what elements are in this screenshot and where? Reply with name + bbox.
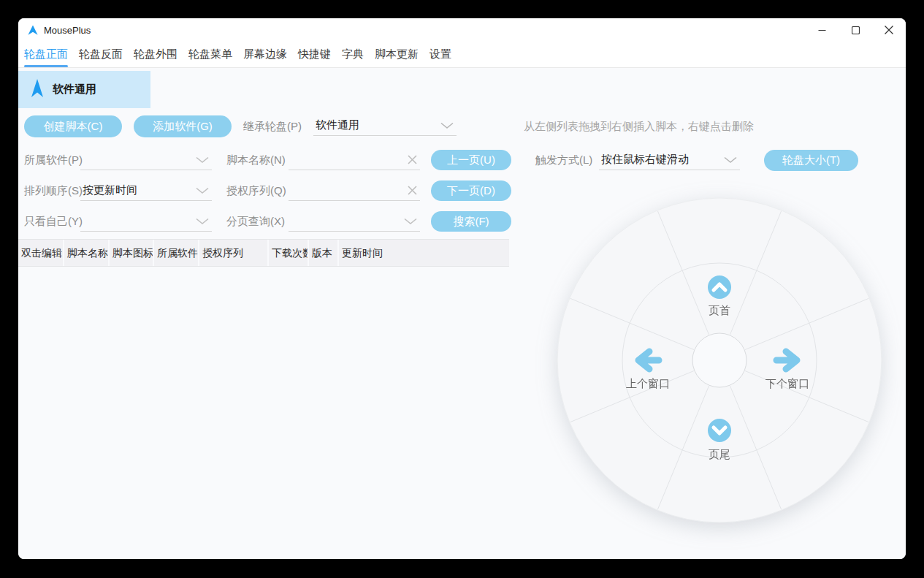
inherit-wheel-select[interactable]: 软件通用 xyxy=(313,115,457,136)
inherit-wheel-value: 软件通用 xyxy=(313,118,440,132)
col-owner-software[interactable]: 所属软件 xyxy=(154,240,198,266)
col-double-click-edit[interactable]: 双击编辑 xyxy=(18,240,63,266)
only-mine-label: 只看自己(Y) xyxy=(24,211,83,232)
script-name-label: 脚本名称(N) xyxy=(226,150,286,170)
inherit-wheel-label: 继承轮盘(P) xyxy=(243,116,302,137)
minimize-icon[interactable] xyxy=(805,18,839,42)
search-button[interactable]: 搜索(F) xyxy=(431,211,511,232)
create-script-button[interactable]: 创建脚本(C) xyxy=(24,115,122,137)
wheel-center-circle xyxy=(692,333,747,387)
sort-order-label: 排列顺序(S) xyxy=(24,180,83,201)
profile-logo-icon xyxy=(31,79,43,101)
chevron-down-icon xyxy=(196,218,209,225)
col-auth-serial[interactable]: 授权序列 xyxy=(199,240,267,266)
clear-x-icon[interactable] xyxy=(408,186,417,195)
prev-page-button[interactable]: 上一页(U) xyxy=(431,150,511,170)
chevron-down-icon xyxy=(196,187,209,194)
owner-software-label: 所属软件(P) xyxy=(24,150,83,170)
wheel-size-button[interactable]: 轮盘大小(T) xyxy=(764,150,858,171)
clear-x-icon[interactable] xyxy=(408,155,417,164)
wheel-top-label: 页首 xyxy=(709,304,730,316)
app-window: MousePlus 轮盘正面 轮盘反面 轮盘外围 轮盘菜单 屏幕边缘 快捷键 字… xyxy=(18,18,906,559)
tab-wheel-back[interactable]: 轮盘反面 xyxy=(79,42,123,67)
wheel-preview[interactable]: 页首 上个窗口 下个窗口 页尾 xyxy=(551,192,887,528)
chevron-down-icon xyxy=(196,156,209,164)
trigger-mode-value: 按住鼠标右键滑动 xyxy=(599,153,724,167)
tab-wheel-front[interactable]: 轮盘正面 xyxy=(24,42,68,67)
chevron-up-circle-icon[interactable] xyxy=(708,275,731,299)
col-version[interactable]: 版本 xyxy=(309,240,337,266)
tab-dictionary[interactable]: 字典 xyxy=(342,42,364,67)
close-icon[interactable] xyxy=(872,18,906,42)
next-page-button[interactable]: 下一页(D) xyxy=(431,180,511,201)
tab-settings[interactable]: 设置 xyxy=(429,42,451,67)
wheel-bottom-label: 页尾 xyxy=(709,448,730,460)
page-query-select[interactable] xyxy=(289,211,420,232)
add-software-button[interactable]: 添加软件(G) xyxy=(134,115,232,137)
sort-order-select[interactable]: 按更新时间 xyxy=(80,180,212,201)
script-table-header: 双击编辑 脚本名称 脚本图标 所属软件 授权序列 下载次数 版本 更新时间 xyxy=(18,239,509,267)
tab-script-update[interactable]: 脚本更新 xyxy=(375,42,419,67)
sort-order-value: 按更新时间 xyxy=(80,183,196,197)
only-mine-select[interactable] xyxy=(80,211,212,232)
trigger-mode-label: 触发方式(L) xyxy=(535,150,592,170)
script-name-input[interactable] xyxy=(289,150,420,170)
profile-name: 软件通用 xyxy=(53,83,96,96)
app-title: MousePlus xyxy=(44,25,91,36)
maximize-icon[interactable] xyxy=(839,18,872,42)
wheel-left-label: 上个窗口 xyxy=(626,377,670,389)
page-query-label: 分页查询(X) xyxy=(226,211,285,232)
col-script-icon[interactable]: 脚本图标 xyxy=(110,240,153,266)
auth-serial-label: 授权序列(Q) xyxy=(226,180,286,201)
col-download-count[interactable]: 下载次数 xyxy=(269,240,308,266)
caption-buttons xyxy=(805,18,906,42)
titlebar: MousePlus xyxy=(18,18,906,42)
chevron-down-icon xyxy=(404,218,417,225)
tab-screen-edge[interactable]: 屏幕边缘 xyxy=(243,42,287,67)
tab-wheel-menu[interactable]: 轮盘菜单 xyxy=(188,42,232,67)
tab-hotkeys[interactable]: 快捷键 xyxy=(298,42,331,67)
chevron-down-icon xyxy=(440,122,454,129)
col-script-name[interactable]: 脚本名称 xyxy=(64,240,108,266)
wheel-profile-item-selected[interactable]: 软件通用 xyxy=(18,71,150,108)
wheel-right-label: 下个窗口 xyxy=(765,377,809,389)
drag-hint-text: 从左侧列表拖拽到右侧插入脚本，右键点击删除 xyxy=(524,116,754,137)
chevron-down-circle-icon[interactable] xyxy=(708,419,731,442)
app-logo-icon xyxy=(28,25,38,36)
owner-software-select[interactable] xyxy=(80,150,212,170)
auth-serial-input[interactable] xyxy=(289,180,420,201)
col-update-time[interactable]: 更新时间 xyxy=(339,240,509,266)
chevron-down-icon xyxy=(724,156,737,164)
tab-bar: 轮盘正面 轮盘反面 轮盘外围 轮盘菜单 屏幕边缘 快捷键 字典 脚本更新 设置 xyxy=(18,42,906,68)
tab-wheel-outer[interactable]: 轮盘外围 xyxy=(134,42,177,67)
trigger-mode-select[interactable]: 按住鼠标右键滑动 xyxy=(599,150,740,170)
